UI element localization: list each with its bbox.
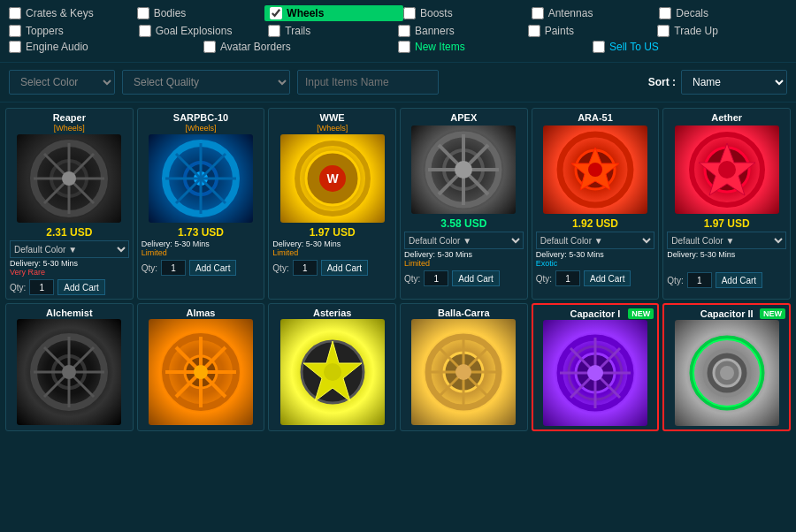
item-name: Aether <box>711 112 742 124</box>
filter-boosts[interactable]: Boosts <box>403 7 532 19</box>
filter-sell-to-us[interactable]: Sell To US <box>593 41 787 53</box>
svg-point-32 <box>718 161 736 179</box>
filter-sell-to-us-label: Sell To US <box>609 41 659 53</box>
delivery-info: Delivery: 5-30 Mins <box>667 250 786 259</box>
filter-toppers-checkbox[interactable] <box>9 25 21 37</box>
wheel-icon <box>161 139 241 218</box>
search-input[interactable] <box>297 70 439 95</box>
item-type: [Wheels] <box>54 124 85 133</box>
item-type: [Wheels] <box>185 124 216 133</box>
item-card-ara51: ARA-51 1.92 USD Default Color ▼ Delivery… <box>532 108 660 300</box>
item-name: Balla-Carra <box>438 308 490 319</box>
filter-antennas-checkbox[interactable] <box>532 7 544 19</box>
svg-point-64 <box>587 365 603 381</box>
filter-boosts-checkbox[interactable] <box>403 7 416 19</box>
filter-decals-checkbox[interactable] <box>659 7 671 19</box>
item-card-apex: APEX 3.58 USD Default Color ▼ Delivery: … <box>400 108 528 300</box>
filter-new-items[interactable]: New Items <box>398 41 593 53</box>
filter-decals[interactable]: Decals <box>659 7 787 19</box>
item-card-capacitor2: NEW Capacitor II <box>662 303 791 431</box>
item-color-select[interactable]: Default Color ▼ <box>10 240 129 258</box>
filter-crates[interactable]: Crates & Keys <box>9 7 137 19</box>
filter-new-items-checkbox[interactable] <box>398 41 410 53</box>
filter-avatar-borders-checkbox[interactable] <box>203 41 216 53</box>
filter-engine-audio-label: Engine Audio <box>26 41 88 53</box>
item-image <box>280 319 385 425</box>
filter-goal-explosions[interactable]: Goal Explosions <box>139 25 269 37</box>
item-name: Asterias <box>313 308 351 319</box>
items-grid-row2: Alchemist Almas <box>0 301 796 437</box>
filter-antennas[interactable]: Antennas <box>532 7 660 19</box>
qty-cart-row: Qty: Add Cart <box>10 279 129 295</box>
qty-label: Qty: <box>142 263 157 273</box>
filter-wheels[interactable]: Wheels <box>264 5 403 21</box>
item-color-select[interactable]: Default Color ▼ <box>404 232 524 249</box>
filter-bodies[interactable]: Bodies <box>137 7 265 19</box>
filter-crates-checkbox[interactable] <box>9 7 21 19</box>
item-image <box>17 319 121 425</box>
filter-paints-checkbox[interactable] <box>528 25 540 37</box>
filter-paints[interactable]: Paints <box>528 25 658 37</box>
delivery-sub: Very Rare <box>10 268 129 277</box>
filter-wheels-checkbox[interactable] <box>270 7 282 19</box>
item-image <box>17 134 121 223</box>
filter-bodies-checkbox[interactable] <box>137 7 149 19</box>
filter-toppers[interactable]: Toppers <box>9 25 139 37</box>
filter-trade-up-checkbox[interactable] <box>657 25 670 37</box>
qty-input[interactable] <box>687 272 712 288</box>
filter-wheels-label: Wheels <box>287 7 324 19</box>
item-image <box>675 320 779 426</box>
filter-banners[interactable]: Banners <box>398 25 528 37</box>
wheel-icon <box>161 332 241 412</box>
add-cart-button[interactable]: Add Cart <box>189 260 236 276</box>
add-cart-button[interactable]: Add Cart <box>716 272 762 288</box>
add-cart-button[interactable]: Add Cart <box>452 270 499 286</box>
filter-engine-audio[interactable]: Engine Audio <box>9 41 203 53</box>
delivery-info: Delivery: 5-30 Mins <box>404 250 524 259</box>
delivery-info: Delivery: 5-30 Mins <box>272 239 392 248</box>
item-name: Almas <box>186 308 215 319</box>
color-select[interactable]: Select Color <box>9 70 115 95</box>
items-grid-row1: Reaper [Wheels] 2.31 USD Default Color ▼… <box>0 103 796 301</box>
qty-input[interactable] <box>293 260 318 276</box>
qty-label: Qty: <box>404 274 420 284</box>
filter-sell-to-us-checkbox[interactable] <box>593 41 605 53</box>
item-card-almas: Almas <box>137 303 265 431</box>
filter-paints-label: Paints <box>545 25 574 37</box>
delivery-sub <box>667 259 786 270</box>
filter-engine-audio-checkbox[interactable] <box>9 41 21 53</box>
filter-goal-explosions-checkbox[interactable] <box>139 25 151 37</box>
item-color-select[interactable]: Default Color ▼ <box>536 232 655 249</box>
item-card-alchemist: Alchemist <box>5 303 134 431</box>
filter-trails[interactable]: Trails <box>268 25 398 37</box>
item-card-sarpbc: SARPBC-10 [Wheels] 1.73 USD Delivery: 5-… <box>137 108 265 300</box>
delivery-sub: Limited <box>404 259 524 268</box>
add-cart-button[interactable]: Add Cart <box>57 279 104 295</box>
delivery-sub: Limited <box>272 248 392 257</box>
filter-avatar-borders[interactable]: Avatar Borders <box>203 41 398 53</box>
item-price: 1.92 USD <box>572 217 618 230</box>
item-card-reaper: Reaper [Wheels] 2.31 USD Default Color ▼… <box>5 108 134 300</box>
qty-input[interactable] <box>29 279 54 295</box>
quality-select[interactable]: Select Quality <box>122 70 290 95</box>
qty-input[interactable] <box>161 260 186 276</box>
wheel-icon <box>555 130 635 209</box>
filter-trade-up[interactable]: Trade Up <box>657 25 787 37</box>
qty-input[interactable] <box>555 270 580 286</box>
filter-crates-label: Crates & Keys <box>26 7 94 19</box>
filter-banners-checkbox[interactable] <box>398 25 410 37</box>
wheel-icon <box>687 130 767 209</box>
filter-antennas-label: Antennas <box>548 7 593 19</box>
filter-avatar-borders-label: Avatar Borders <box>220 41 291 53</box>
item-name: WWE <box>320 112 345 124</box>
qty-label: Qty: <box>536 274 552 284</box>
item-name: ARA-51 <box>578 112 613 124</box>
delivery-info: Delivery: 5-30 Mins <box>10 259 129 268</box>
add-cart-button[interactable]: Add Cart <box>584 270 631 286</box>
item-color-select[interactable]: Default Color ▼ <box>667 232 786 249</box>
sort-select[interactable]: Name Price Low Price High <box>681 70 787 95</box>
add-cart-button[interactable]: Add Cart <box>321 260 368 276</box>
qty-input[interactable] <box>424 270 448 286</box>
item-type: [Wheels] <box>317 124 348 133</box>
filter-trails-checkbox[interactable] <box>268 25 280 37</box>
